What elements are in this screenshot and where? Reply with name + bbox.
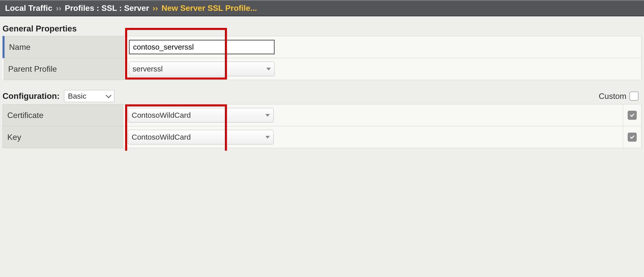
breadcrumb-current: New Server SSL Profile... — [162, 4, 257, 13]
breadcrumb-local-traffic[interactable]: Local Traffic — [5, 4, 53, 13]
key-label: Key — [3, 126, 123, 148]
configuration-heading: Configuration: — [3, 91, 60, 101]
name-label: Name — [4, 36, 124, 58]
breadcrumb-separator-icon: ›› — [56, 4, 61, 13]
key-custom-checkbox[interactable] — [628, 133, 637, 142]
certificate-label: Certificate — [3, 104, 123, 126]
general-properties-heading: General Properties — [3, 24, 641, 33]
general-properties-table: Name Parent Profile serverssl — [3, 36, 641, 80]
certificate-value: ContosoWildCard — [132, 111, 191, 120]
configuration-table: Certificate ContosoWildCard Key ContosoW… — [3, 104, 641, 148]
configuration-section-header: Configuration: Basic Custom — [3, 90, 641, 102]
key-value: ContosoWildCard — [132, 133, 191, 141]
breadcrumb-profiles-ssl-server[interactable]: Profiles : SSL : Server — [65, 4, 149, 13]
chevron-down-icon — [106, 93, 112, 98]
chevron-down-icon — [265, 136, 270, 139]
certificate-custom-checkbox[interactable] — [628, 111, 637, 120]
breadcrumb: Local Traffic ›› Profiles : SSL : Server… — [0, 0, 644, 16]
chevron-down-icon — [265, 114, 270, 117]
certificate-select[interactable]: ContosoWildCard — [128, 108, 274, 123]
configuration-mode-value: Basic — [68, 92, 86, 100]
parent-profile-label: Parent Profile — [4, 58, 124, 80]
breadcrumb-separator-icon: ›› — [153, 4, 158, 13]
content-area: General Properties Name Parent Profile s… — [0, 16, 644, 151]
parent-profile-value: serverssl — [133, 65, 163, 73]
chevron-down-icon — [266, 68, 271, 70]
custom-all-checkbox[interactable] — [629, 92, 638, 101]
custom-column-label: Custom — [599, 92, 626, 101]
configuration-mode-select[interactable]: Basic — [64, 90, 114, 102]
parent-profile-select[interactable]: serverssl — [129, 62, 275, 76]
key-select[interactable]: ContosoWildCard — [128, 130, 274, 144]
name-input[interactable] — [129, 40, 275, 54]
